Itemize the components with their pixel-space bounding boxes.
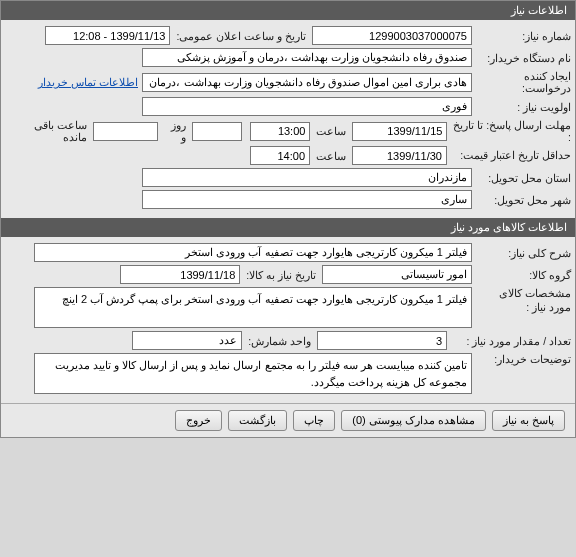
field-deadline-time[interactable]	[250, 122, 310, 141]
goods-info-form: شرح کلی نیاز: گروه کالا: تاریخ نیاز به ک…	[1, 237, 575, 403]
section-goods-info: اطلاعات کالاهای مورد نیاز	[1, 218, 575, 237]
label-province: استان محل تحویل:	[476, 172, 571, 184]
row-priority: اولویت نیاز :	[5, 97, 571, 116]
label-priority: اولویت نیاز :	[476, 101, 571, 113]
row-creator: ایجاد کننده درخواست: اطلاعات تماس خریدار	[5, 70, 571, 94]
field-request-no[interactable]	[312, 26, 472, 45]
field-time-left	[93, 122, 158, 141]
field-buyer-org[interactable]	[142, 48, 472, 67]
field-general-title[interactable]	[34, 243, 472, 262]
field-unit[interactable]	[132, 331, 242, 350]
field-goods-group[interactable]	[322, 265, 472, 284]
label-general-title: شرح کلی نیاز:	[476, 247, 571, 259]
field-province[interactable]	[142, 168, 472, 187]
row-goods-spec: مشخصات کالای مورد نیاز :	[5, 287, 571, 328]
section-need-info: اطلاعات نیاز	[1, 1, 575, 20]
field-deadline-date[interactable]	[352, 122, 447, 141]
label-remaining: ساعت باقی مانده	[5, 119, 89, 143]
field-city[interactable]	[142, 190, 472, 209]
field-validity-date[interactable]	[352, 146, 447, 165]
label-need-by: تاریخ نیاز به کالا:	[244, 269, 318, 281]
section-title-goods: اطلاعات کالاهای مورد نیاز	[451, 221, 567, 233]
label-buyer-notes: توضیحات خریدار:	[476, 353, 571, 365]
field-validity-time[interactable]	[250, 146, 310, 165]
link-contact[interactable]: اطلاعات تماس خریدار	[38, 76, 138, 88]
row-deadline: مهلت ارسال پاسخ: تا تاریخ : ساعت روز و س…	[5, 119, 571, 143]
field-qty[interactable]	[317, 331, 447, 350]
row-validity: حداقل تاریخ اعتبار قیمت: ساعت	[5, 146, 571, 165]
label-goods-group: گروه کالا:	[476, 269, 571, 281]
field-announce-dt[interactable]	[45, 26, 170, 45]
row-request-no: شماره نیاز: تاریخ و ساعت اعلان عمومی:	[5, 26, 571, 45]
print-button[interactable]: چاپ	[293, 410, 335, 431]
label-unit: واحد شمارش:	[246, 335, 313, 347]
label-creator: ایجاد کننده درخواست:	[476, 70, 571, 94]
label-time2: ساعت	[314, 150, 348, 162]
row-qty: تعداد / مقدار مورد نیاز : واحد شمارش:	[5, 331, 571, 350]
field-creator[interactable]	[142, 73, 472, 92]
label-qty: تعداد / مقدار مورد نیاز :	[451, 335, 571, 347]
field-days-left	[192, 122, 242, 141]
row-goods-group: گروه کالا: تاریخ نیاز به کالا:	[5, 265, 571, 284]
reply-button[interactable]: پاسخ به نیاز	[492, 410, 565, 431]
label-goods-spec: مشخصات کالای مورد نیاز :	[476, 287, 571, 314]
attachments-button[interactable]: مشاهده مدارک پیوستی (0)	[341, 410, 486, 431]
field-priority[interactable]	[142, 97, 472, 116]
label-time1: ساعت	[314, 125, 348, 137]
row-city: شهر محل تحویل:	[5, 190, 571, 209]
field-need-by[interactable]	[120, 265, 240, 284]
section-title: اطلاعات نیاز	[511, 4, 567, 16]
label-city: شهر محل تحویل:	[476, 194, 571, 206]
field-buyer-notes[interactable]	[34, 353, 472, 394]
need-info-form: شماره نیاز: تاریخ و ساعت اعلان عمومی: نا…	[1, 20, 575, 218]
row-buyer-org: نام دستگاه خریدار:	[5, 48, 571, 67]
row-buyer-notes: توضیحات خریدار:	[5, 353, 571, 394]
info-window: اطلاعات نیاز شماره نیاز: تاریخ و ساعت اع…	[0, 0, 576, 438]
label-announce-dt: تاریخ و ساعت اعلان عمومی:	[174, 30, 308, 42]
label-request-no: شماره نیاز:	[476, 30, 571, 42]
label-buyer-org: نام دستگاه خریدار:	[476, 52, 571, 64]
row-general-title: شرح کلی نیاز:	[5, 243, 571, 262]
field-goods-spec[interactable]	[34, 287, 472, 328]
back-button[interactable]: بازگشت	[228, 410, 287, 431]
label-validity: حداقل تاریخ اعتبار قیمت:	[451, 149, 571, 162]
label-deadline: مهلت ارسال پاسخ: تا تاریخ :	[451, 119, 571, 143]
exit-button[interactable]: خروج	[175, 410, 222, 431]
label-days: روز و	[162, 119, 189, 143]
row-province: استان محل تحویل:	[5, 168, 571, 187]
footer-buttons: پاسخ به نیاز مشاهده مدارک پیوستی (0) چاپ…	[1, 403, 575, 437]
